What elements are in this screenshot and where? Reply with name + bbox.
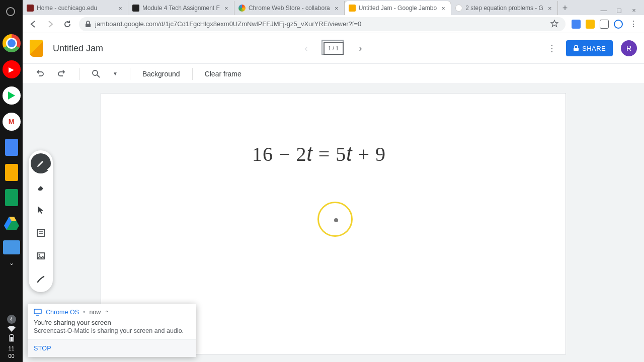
window-controls: — ◻ ×: [599, 5, 644, 15]
url-text: jamboard.google.com/d/1jc7Cd1FgcHlgx8exm…: [95, 20, 546, 28]
clear-frame-button[interactable]: Clear frame: [205, 70, 242, 78]
launcher-icon[interactable]: [6, 7, 15, 16]
docs-icon[interactable]: [5, 139, 18, 156]
shelf-status-tray[interactable]: 4 11 00: [0, 315, 23, 359]
new-tab-button[interactable]: +: [558, 1, 572, 15]
svg-rect-10: [37, 229, 44, 236]
bookmark-star-icon[interactable]: [550, 20, 559, 29]
sticky-note-tool[interactable]: [31, 223, 51, 243]
youtube-icon[interactable]: ▶: [3, 60, 21, 78]
chrome-icon[interactable]: [3, 34, 21, 52]
maximize-icon[interactable]: ◻: [614, 5, 624, 15]
divider: [192, 68, 193, 80]
stop-button[interactable]: STOP: [34, 345, 51, 352]
extension-icon[interactable]: [586, 20, 595, 29]
clock-minutes: 00: [8, 353, 14, 359]
screen-icon: [34, 309, 42, 316]
files-icon[interactable]: [3, 240, 20, 254]
os-shelf: ▶ M ⌄ 4 11 00: [0, 0, 23, 362]
close-icon[interactable]: ×: [333, 5, 340, 12]
close-icon[interactable]: ×: [440, 5, 447, 12]
favicon: [27, 5, 34, 12]
jamboard-logo-icon[interactable]: [30, 40, 43, 57]
sheets-icon[interactable]: [5, 189, 18, 206]
battery-icon: [9, 334, 14, 342]
document-title[interactable]: Untitled Jam: [53, 43, 103, 54]
tool-palette: [29, 150, 53, 292]
toast-body-text: Screencast-O-Matic is sharing your scree…: [34, 327, 190, 334]
frame-navigator: ‹ 1 / 1 ›: [299, 41, 368, 55]
tab-title: 2 step equation problems - G: [465, 5, 543, 12]
extension-icon[interactable]: [572, 20, 581, 29]
laser-tool[interactable]: [31, 269, 51, 289]
browser-tab-active[interactable]: Untitled Jam - Google Jambo ×: [345, 1, 451, 15]
browser-tab[interactable]: Chrome Web Store - collabora ×: [234, 1, 345, 15]
pen-tool[interactable]: [31, 153, 51, 173]
browser-tab[interactable]: Home - cuchicago.edu ×: [23, 1, 128, 15]
forward-button[interactable]: [45, 19, 56, 30]
more-options-button[interactable]: ⋮: [546, 42, 558, 54]
app-header: Untitled Jam ‹ 1 / 1 › ⋮ SHARE R: [23, 33, 644, 64]
tab-title: Module 4 Tech Assignment F: [142, 5, 220, 12]
undo-button[interactable]: [35, 69, 45, 79]
toast-title: You're sharing your screen: [34, 319, 190, 326]
shelf-pinned-apps: ▶ M ⌄: [0, 34, 23, 269]
gmail-icon[interactable]: M: [3, 113, 21, 131]
reload-button[interactable]: [62, 19, 73, 30]
extension-icon[interactable]: [600, 20, 609, 29]
svg-rect-4: [11, 334, 13, 335]
svg-rect-15: [34, 309, 41, 314]
svg-point-14: [39, 254, 40, 256]
minimize-icon[interactable]: —: [599, 5, 609, 15]
lock-icon: [85, 21, 91, 28]
svg-rect-6: [86, 24, 91, 27]
shelf-expand-icon[interactable]: ⌄: [9, 259, 14, 266]
close-icon[interactable]: ×: [117, 5, 124, 12]
drive-icon[interactable]: [3, 214, 21, 232]
next-frame-button[interactable]: ›: [354, 41, 368, 55]
play-store-icon[interactable]: [3, 86, 21, 105]
divider: [130, 68, 130, 80]
close-icon[interactable]: ×: [546, 5, 553, 12]
browser-tab[interactable]: 2 step equation problems - G ×: [451, 1, 558, 15]
close-icon[interactable]: ×: [223, 5, 230, 12]
share-button[interactable]: SHARE: [566, 40, 613, 56]
back-button[interactable]: [28, 19, 39, 30]
frame-counter[interactable]: 1 / 1: [324, 42, 344, 55]
favicon: [132, 5, 139, 12]
background-button[interactable]: Background: [142, 70, 180, 78]
close-window-icon[interactable]: ×: [629, 5, 639, 15]
slides-icon[interactable]: [5, 164, 18, 181]
toast-source: Chrome OS: [46, 309, 79, 316]
tab-title: Chrome Web Store - collabora: [249, 5, 330, 12]
notification-badge[interactable]: 4: [7, 315, 16, 324]
divider: [79, 68, 79, 80]
cursor-dot-icon: [334, 218, 338, 222]
tab-title: Untitled Jam - Google Jambo: [359, 5, 437, 12]
lock-icon: [573, 45, 579, 51]
svg-rect-5: [10, 337, 13, 341]
redo-button[interactable]: [57, 69, 67, 79]
zoom-button[interactable]: [92, 69, 101, 78]
prev-frame-button[interactable]: ‹: [299, 41, 313, 55]
image-tool[interactable]: [31, 246, 51, 266]
chevron-up-icon[interactable]: ⌃: [105, 310, 109, 315]
toast-time: now: [89, 309, 101, 316]
share-label: SHARE: [582, 45, 606, 52]
eraser-tool[interactable]: [31, 176, 51, 197]
separator-dot: •: [83, 309, 85, 316]
extension-icon[interactable]: [614, 20, 623, 29]
browser-toolbar: jamboard.google.com/d/1jc7Cd1FgcHlgx8exm…: [23, 15, 644, 33]
browser-tab-strip: Home - cuchicago.edu × Module 4 Tech Ass…: [23, 0, 644, 15]
address-bar[interactable]: jamboard.google.com/d/1jc7Cd1FgcHlgx8exm…: [79, 17, 566, 31]
favicon: [349, 5, 356, 12]
browser-menu-icon[interactable]: ⋮: [628, 19, 639, 30]
zoom-dropdown-icon[interactable]: ▼: [113, 71, 118, 76]
tab-title: Home - cuchicago.edu: [37, 5, 114, 12]
account-avatar[interactable]: R: [621, 40, 637, 56]
browser-tab[interactable]: Module 4 Tech Assignment F ×: [128, 1, 234, 15]
clock-hours: 11: [8, 346, 14, 351]
favicon: [455, 5, 462, 12]
select-tool[interactable]: [31, 200, 51, 220]
app-toolbar: ▼ Background Clear frame: [23, 64, 644, 84]
